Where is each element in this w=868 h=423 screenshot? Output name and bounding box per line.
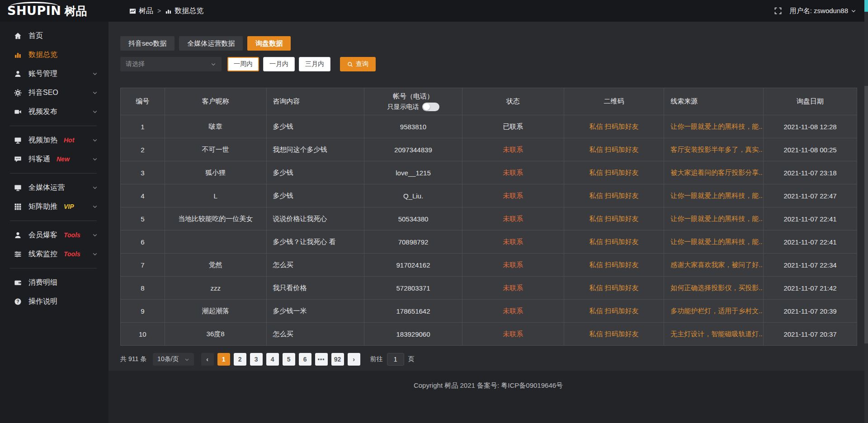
sidebar-item-omnimedia-operation[interactable]: 全媒体运营 [0, 178, 108, 197]
cell-content: 多少钱 [266, 115, 364, 138]
page-button-1[interactable]: 1 [217, 353, 230, 366]
sidebar-item-video-heating[interactable]: 视频加热Hot [0, 131, 108, 150]
user-icon [14, 70, 22, 78]
chevron-down-icon [92, 232, 98, 238]
cell-qr[interactable]: 私信 扫码加好友 [564, 300, 664, 323]
cell-source[interactable]: 客厅安装投影半年多了，真实... [664, 138, 764, 161]
table-row: 6多少钱？让我死心 看70898792未联系私信 扫码加好友让你一眼就爱上的黑科… [121, 230, 857, 254]
cell-source[interactable]: 让你一眼就爱上的黑科技，能... [664, 184, 764, 207]
cell-qr[interactable]: 私信 扫码加好友 [564, 323, 664, 346]
cell-content: 怎么买 [266, 254, 364, 277]
cell-source[interactable]: 感谢大家喜欢我家，被问了好... [664, 254, 764, 277]
cell-source[interactable]: 让你一眼就爱上的黑科技，能... [664, 115, 764, 138]
goto-page-input[interactable] [387, 353, 404, 366]
cell-source[interactable]: 让你一眼就爱上的黑科技，能... [664, 230, 764, 254]
cell-qr[interactable]: 私信 扫码加好友 [564, 230, 664, 254]
cell-id: 1 [121, 115, 165, 138]
tab-inquiry-data[interactable]: 询盘数据 [247, 36, 291, 51]
cell-qr[interactable]: 私信 扫码加好友 [564, 115, 664, 138]
chevron-down-icon [92, 156, 98, 162]
column-header-nickname: 客户昵称 [165, 88, 266, 115]
cell-account: 917024162 [364, 254, 462, 277]
cell-nickname: 36度8 [165, 323, 266, 346]
cell-status: 未联系 [462, 184, 564, 207]
sidebar-item-label: 视频发布 [28, 107, 57, 117]
period-button-three-months[interactable]: 三月内 [299, 57, 330, 71]
fullscreen-icon[interactable] [774, 7, 782, 14]
sidebar-item-clue-monitor[interactable]: 线索监控Tools [0, 244, 108, 263]
logo-text-cn: 树品 [64, 4, 87, 19]
cell-source[interactable]: 让你一眼就爱上的黑科技，能... [664, 207, 764, 230]
more-pages-button[interactable]: ••• [315, 353, 328, 366]
cell-nickname: 不可一世 [165, 138, 266, 161]
sidebar-item-matrix-boost[interactable]: 矩阵助推VIP [0, 197, 108, 216]
cell-nickname: 狐小狸 [165, 161, 266, 184]
chevron-down-icon [92, 90, 98, 95]
monitor-icon [14, 183, 22, 192]
tab-omnimedia-data[interactable]: 全媒体运营数据 [179, 36, 243, 51]
page-button-5[interactable]: 5 [283, 353, 295, 366]
sidebar-item-douketong[interactable]: 抖客通New [0, 150, 108, 169]
chevron-down-icon [851, 8, 856, 14]
screen-icon [14, 136, 22, 144]
table-row: 8zzz我只看价格572803371未联系私信 扫码加好友如何正确选择投影仪，买… [121, 277, 857, 300]
period-button-one-week[interactable]: 一周内 [227, 57, 259, 71]
cell-source[interactable]: 多功能护栏灯，适用于乡村文... [664, 300, 764, 323]
cell-qr[interactable]: 私信 扫码加好友 [564, 161, 664, 184]
sidebar-item-member-baoke[interactable]: 会员爆客Tools [0, 226, 108, 244]
cell-qr[interactable]: 私信 扫码加好友 [564, 277, 664, 300]
cell-qr[interactable]: 私信 扫码加好友 [564, 207, 664, 230]
scrollbar-thumb-teal[interactable] [864, 0, 868, 12]
cell-date: 2021-11-07 22:34 [764, 254, 857, 277]
breadcrumb-root-label: 树品 [139, 6, 153, 16]
page-size-select[interactable]: 10条/页 [153, 353, 193, 366]
main-area: 抖音seo数据全媒体运营数据询盘数据 请选择 一周内一月内三月内 查询 编号客户… [108, 22, 868, 423]
table-row: 7觉然怎么买917024162未联系私信 扫码加好友感谢大家喜欢我家，被问了好.… [121, 254, 857, 277]
period-buttons: 一周内一月内三月内 [227, 57, 330, 71]
filter-select[interactable]: 请选择 [120, 57, 222, 71]
inquiry-table: 编号客户昵称咨询内容帐号（电话）只显示电话状态二维码线索来源询盘日期 1啵章多少… [120, 88, 857, 346]
cell-source[interactable]: 如何正确选择投影仪，买投影... [664, 277, 764, 300]
scrollbar-thumb-gray[interactable] [864, 86, 868, 343]
sidebar-item-instructions[interactable]: ?操作说明 [0, 292, 108, 311]
cell-source[interactable]: 无主灯设计，智能磁吸轨道灯... [664, 323, 764, 346]
page-unit-label: 页 [408, 355, 415, 363]
phone-only-toggle[interactable] [422, 103, 439, 111]
page-button-2[interactable]: 2 [234, 353, 246, 366]
cell-nickname: 潮起潮落 [165, 300, 266, 323]
sidebar-item-label: 会员爆客 [28, 230, 57, 240]
prev-page-button[interactable]: ‹ [201, 353, 214, 366]
sidebar-item-home[interactable]: 首页 [0, 26, 108, 45]
cell-date: 2021-11-07 20:39 [764, 300, 857, 323]
cell-qr[interactable]: 私信 扫码加好友 [564, 254, 664, 277]
period-button-one-month[interactable]: 一月内 [263, 57, 295, 71]
query-button-label: 查询 [356, 60, 368, 68]
cell-qr[interactable]: 私信 扫码加好友 [564, 184, 664, 207]
scrollbar-track[interactable] [864, 0, 868, 423]
sidebar-item-consumption-detail[interactable]: 消费明细 [0, 273, 108, 292]
sidebar-item-account-management[interactable]: 账号管理 [0, 64, 108, 83]
cell-content: 说说价格让我死心 [266, 207, 364, 230]
sidebar-item-data-overview[interactable]: 数据总览 [0, 45, 108, 64]
cell-content: 我想问这个多少钱 [266, 138, 364, 161]
breadcrumb-current[interactable]: 数据总览 [165, 6, 203, 16]
user-menu[interactable]: 用户名: zswodun88 [790, 7, 856, 15]
chevron-down-icon [92, 109, 98, 114]
chevron-down-icon [92, 204, 98, 209]
sidebar-item-label: 线索监控 [28, 249, 57, 259]
logo: SHUPIN 树品 [0, 4, 108, 19]
page-button-92[interactable]: 92 [331, 353, 344, 366]
page-button-4[interactable]: 4 [266, 353, 279, 366]
cell-source[interactable]: 被大家追着问的客厅投影分享... [664, 161, 764, 184]
page-button-6[interactable]: 6 [299, 353, 311, 366]
query-button[interactable]: 查询 [340, 57, 376, 71]
page-button-3[interactable]: 3 [250, 353, 263, 366]
next-page-button[interactable]: › [348, 353, 360, 366]
cell-qr[interactable]: 私信 扫码加好友 [564, 138, 664, 161]
sidebar-item-douyin-seo[interactable]: 抖音SEO [0, 83, 108, 102]
tab-douyin-seo-data[interactable]: 抖音seo数据 [120, 36, 175, 51]
chat-icon [14, 155, 22, 163]
sidebar-item-video-publish[interactable]: 视频发布 [0, 102, 108, 121]
cell-nickname: 啵章 [165, 115, 266, 138]
breadcrumb-root[interactable]: 树品 [129, 6, 153, 16]
